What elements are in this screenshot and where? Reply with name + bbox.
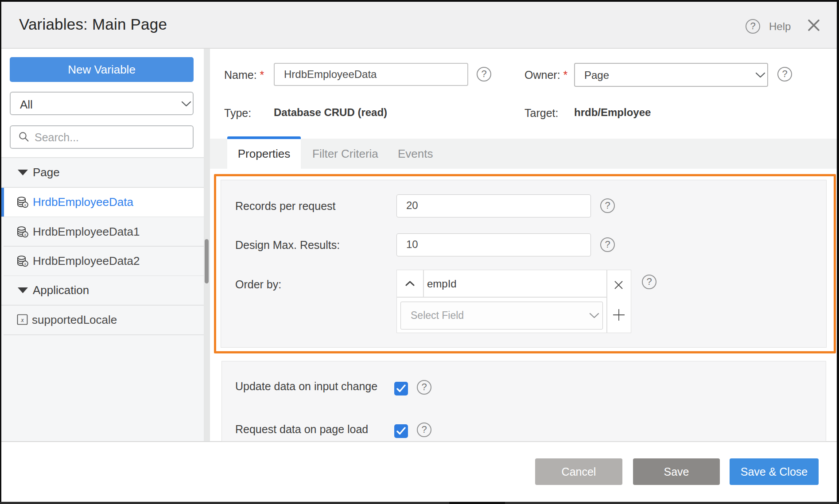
svg-text:x: x xyxy=(24,262,27,266)
svg-text:x: x xyxy=(24,233,27,237)
svg-text:x: x xyxy=(24,203,27,207)
svg-text:x: x xyxy=(20,317,24,323)
